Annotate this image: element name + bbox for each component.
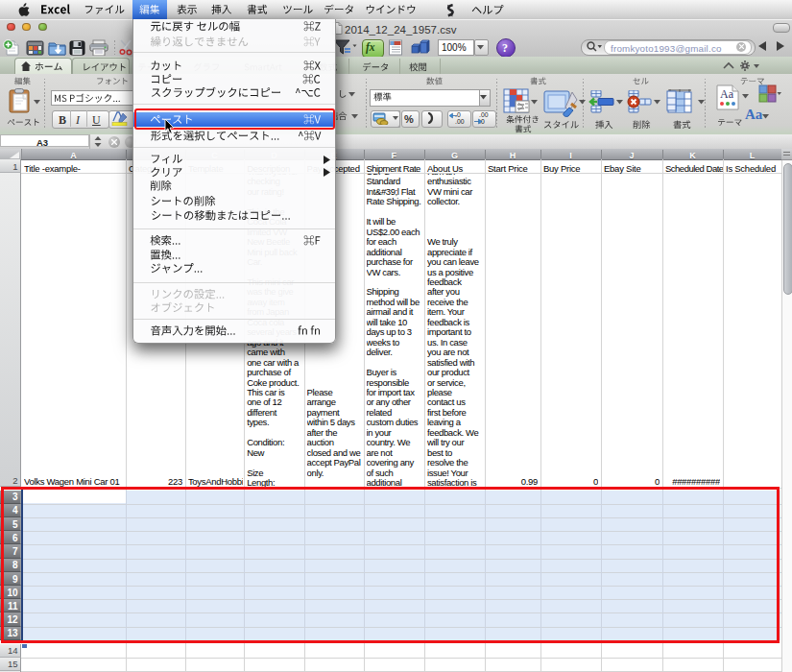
svg-text:Aa: Aa	[720, 87, 734, 101]
